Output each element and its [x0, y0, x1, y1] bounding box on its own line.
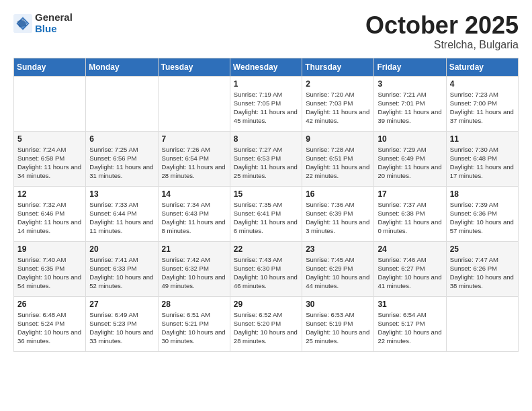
day-number: 6: [89, 134, 154, 144]
day-number: 14: [162, 189, 226, 199]
day-number: 20: [89, 244, 154, 254]
day-info: Sunrise: 7:47 AM Sunset: 6:26 PM Dayligh…: [450, 255, 515, 291]
calendar-cell: 24Sunrise: 7:46 AM Sunset: 6:27 PM Dayli…: [374, 241, 446, 296]
calendar-cell: [86, 76, 158, 131]
day-number: 4: [450, 79, 515, 89]
calendar-cell: 30Sunrise: 6:53 AM Sunset: 5:19 PM Dayli…: [302, 296, 374, 351]
calendar-cell: 22Sunrise: 7:43 AM Sunset: 6:30 PM Dayli…: [230, 241, 302, 296]
day-number: 26: [17, 300, 82, 309]
calendar-cell: 6Sunrise: 7:25 AM Sunset: 6:56 PM Daylig…: [86, 131, 158, 186]
calendar-cell: 3Sunrise: 7:21 AM Sunset: 7:01 PM Daylig…: [374, 76, 446, 131]
day-info: Sunrise: 6:51 AM Sunset: 5:21 PM Dayligh…: [162, 310, 226, 346]
calendar-week-row: 5Sunrise: 7:24 AM Sunset: 6:58 PM Daylig…: [14, 131, 519, 186]
calendar-week-row: 12Sunrise: 7:32 AM Sunset: 6:46 PM Dayli…: [14, 186, 519, 241]
day-info: Sunrise: 7:43 AM Sunset: 6:30 PM Dayligh…: [234, 255, 298, 291]
calendar-cell: 15Sunrise: 7:35 AM Sunset: 6:41 PM Dayli…: [230, 186, 302, 241]
calendar-week-row: 1Sunrise: 7:19 AM Sunset: 7:05 PM Daylig…: [14, 76, 519, 131]
calendar-week-row: 26Sunrise: 6:48 AM Sunset: 5:24 PM Dayli…: [14, 296, 519, 351]
logo-icon: [13, 14, 32, 33]
day-info: Sunrise: 6:54 AM Sunset: 5:17 PM Dayligh…: [378, 310, 442, 346]
calendar-cell: 20Sunrise: 7:41 AM Sunset: 6:33 PM Dayli…: [86, 241, 158, 296]
col-sunday: Sunday: [14, 58, 86, 76]
calendar-table: Sunday Monday Tuesday Wednesday Thursday…: [13, 58, 519, 352]
day-number: 13: [89, 189, 154, 199]
day-number: 17: [378, 189, 442, 199]
calendar-cell: 11Sunrise: 7:30 AM Sunset: 6:48 PM Dayli…: [446, 131, 518, 186]
day-number: 3: [378, 79, 442, 89]
calendar-cell: [158, 76, 230, 131]
day-info: Sunrise: 7:27 AM Sunset: 6:53 PM Dayligh…: [234, 145, 298, 181]
col-monday: Monday: [86, 58, 158, 76]
day-number: 8: [234, 134, 298, 144]
calendar-cell: [14, 76, 86, 131]
calendar-cell: 9Sunrise: 7:28 AM Sunset: 6:51 PM Daylig…: [302, 131, 374, 186]
day-number: 7: [162, 134, 226, 144]
day-number: 30: [306, 300, 370, 309]
day-number: 11: [450, 134, 515, 144]
day-info: Sunrise: 7:39 AM Sunset: 6:36 PM Dayligh…: [450, 200, 515, 236]
calendar-cell: 29Sunrise: 6:52 AM Sunset: 5:20 PM Dayli…: [230, 296, 302, 351]
col-thursday: Thursday: [302, 58, 374, 76]
calendar-cell: 4Sunrise: 7:23 AM Sunset: 7:00 PM Daylig…: [446, 76, 518, 131]
logo-general-text: General: [35, 12, 73, 24]
calendar-cell: 10Sunrise: 7:29 AM Sunset: 6:49 PM Dayli…: [374, 131, 446, 186]
calendar-cell: 5Sunrise: 7:24 AM Sunset: 6:58 PM Daylig…: [14, 131, 86, 186]
calendar-cell: 18Sunrise: 7:39 AM Sunset: 6:36 PM Dayli…: [446, 186, 518, 241]
day-info: Sunrise: 7:23 AM Sunset: 7:00 PM Dayligh…: [450, 90, 515, 126]
day-info: Sunrise: 7:34 AM Sunset: 6:43 PM Dayligh…: [162, 200, 226, 236]
day-number: 15: [234, 189, 298, 199]
day-number: 19: [17, 244, 82, 254]
day-number: 9: [306, 134, 370, 144]
calendar-cell: 28Sunrise: 6:51 AM Sunset: 5:21 PM Dayli…: [158, 296, 230, 351]
day-number: 24: [378, 244, 442, 254]
day-info: Sunrise: 7:28 AM Sunset: 6:51 PM Dayligh…: [306, 145, 370, 181]
calendar-cell: 2Sunrise: 7:20 AM Sunset: 7:03 PM Daylig…: [302, 76, 374, 131]
day-info: Sunrise: 7:40 AM Sunset: 6:35 PM Dayligh…: [17, 255, 82, 291]
day-number: 27: [89, 300, 154, 309]
calendar-cell: 7Sunrise: 7:26 AM Sunset: 6:54 PM Daylig…: [158, 131, 230, 186]
day-number: 29: [234, 300, 298, 309]
day-number: 5: [17, 134, 82, 144]
day-info: Sunrise: 7:42 AM Sunset: 6:32 PM Dayligh…: [162, 255, 226, 291]
calendar-cell: 27Sunrise: 6:49 AM Sunset: 5:23 PM Dayli…: [86, 296, 158, 351]
day-info: Sunrise: 7:30 AM Sunset: 6:48 PM Dayligh…: [450, 145, 515, 181]
calendar-cell: 26Sunrise: 6:48 AM Sunset: 5:24 PM Dayli…: [14, 296, 86, 351]
day-number: 12: [17, 189, 82, 199]
calendar-week-row: 19Sunrise: 7:40 AM Sunset: 6:35 PM Dayli…: [14, 241, 519, 296]
logo: General Blue: [13, 12, 73, 34]
logo-text: General Blue: [35, 12, 73, 34]
day-number: 21: [162, 244, 226, 254]
header: General Blue October 2025 Strelcha, Bulg…: [13, 12, 519, 51]
day-number: 2: [306, 79, 370, 89]
calendar-cell: 13Sunrise: 7:33 AM Sunset: 6:44 PM Dayli…: [86, 186, 158, 241]
day-info: Sunrise: 7:45 AM Sunset: 6:29 PM Dayligh…: [306, 255, 370, 291]
day-info: Sunrise: 7:29 AM Sunset: 6:49 PM Dayligh…: [378, 145, 442, 181]
day-number: 28: [162, 300, 226, 309]
month-title: October 2025: [365, 12, 519, 39]
day-info: Sunrise: 6:48 AM Sunset: 5:24 PM Dayligh…: [17, 310, 82, 346]
calendar-cell: 19Sunrise: 7:40 AM Sunset: 6:35 PM Dayli…: [14, 241, 86, 296]
day-number: 31: [378, 300, 442, 309]
calendar-cell: 14Sunrise: 7:34 AM Sunset: 6:43 PM Dayli…: [158, 186, 230, 241]
col-tuesday: Tuesday: [158, 58, 230, 76]
day-info: Sunrise: 7:37 AM Sunset: 6:38 PM Dayligh…: [378, 200, 442, 236]
day-number: 25: [450, 244, 515, 254]
day-number: 16: [306, 189, 370, 199]
calendar-cell: 8Sunrise: 7:27 AM Sunset: 6:53 PM Daylig…: [230, 131, 302, 186]
day-info: Sunrise: 6:53 AM Sunset: 5:19 PM Dayligh…: [306, 310, 370, 346]
calendar-cell: [446, 296, 518, 351]
day-info: Sunrise: 7:21 AM Sunset: 7:01 PM Dayligh…: [378, 90, 442, 126]
day-info: Sunrise: 7:25 AM Sunset: 6:56 PM Dayligh…: [89, 145, 154, 181]
day-info: Sunrise: 7:46 AM Sunset: 6:27 PM Dayligh…: [378, 255, 442, 291]
day-number: 10: [378, 134, 442, 144]
calendar-cell: 1Sunrise: 7:19 AM Sunset: 7:05 PM Daylig…: [230, 76, 302, 131]
location: Strelcha, Bulgaria: [365, 39, 519, 51]
day-info: Sunrise: 6:49 AM Sunset: 5:23 PM Dayligh…: [89, 310, 154, 346]
calendar-cell: 21Sunrise: 7:42 AM Sunset: 6:32 PM Dayli…: [158, 241, 230, 296]
calendar-cell: 17Sunrise: 7:37 AM Sunset: 6:38 PM Dayli…: [374, 186, 446, 241]
calendar-cell: 16Sunrise: 7:36 AM Sunset: 6:39 PM Dayli…: [302, 186, 374, 241]
title-block: October 2025 Strelcha, Bulgaria: [365, 12, 519, 51]
col-friday: Friday: [374, 58, 446, 76]
day-info: Sunrise: 7:20 AM Sunset: 7:03 PM Dayligh…: [306, 90, 370, 126]
day-info: Sunrise: 7:19 AM Sunset: 7:05 PM Dayligh…: [234, 90, 298, 126]
